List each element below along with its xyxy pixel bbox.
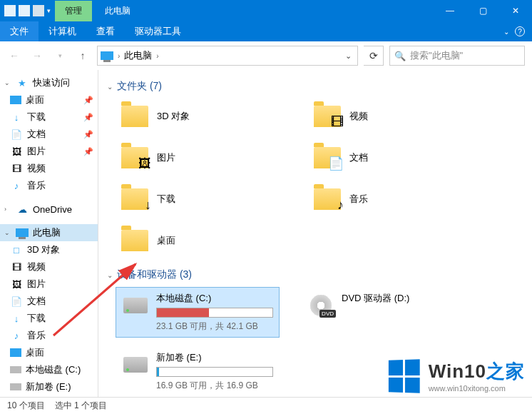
sidebar-item-desktop[interactable]: 桌面 (0, 344, 98, 361)
folder-label: 视频 (349, 110, 368, 123)
ribbon-collapse-icon[interactable]: ⌄ (503, 28, 509, 36)
sidebar-item-label: 视频 (27, 261, 46, 273)
folder-label: 桌面 (157, 234, 175, 247)
sidebar-item-music[interactable]: 音乐 (0, 327, 98, 344)
ribbon-tab-view[interactable]: 查看 (86, 21, 125, 41)
sidebar-item-drive-c[interactable]: 本地磁盘 (C:) (0, 361, 98, 378)
sidebar-item-label: 视频 (27, 162, 46, 175)
folder-item[interactable]: 🎞视频 (308, 99, 472, 134)
sidebar-item-pictures[interactable]: 图片📌 (0, 143, 98, 160)
sidebar-item-3d-objects[interactable]: 3D 对象 (0, 241, 98, 258)
expand-icon[interactable]: ⌄ (4, 79, 11, 86)
qat-dropdown-icon[interactable]: ▾ (47, 7, 51, 14)
desktop-icon (10, 348, 21, 357)
folder-item[interactable]: 桌面 (116, 223, 280, 258)
breadcrumb-this-pc[interactable]: 此电脑 (124, 49, 152, 62)
ribbon-tab-computer[interactable]: 计算机 (39, 21, 86, 41)
title-tabs: 管理 此电脑 (55, 0, 143, 21)
minimize-button[interactable]: — (434, 0, 466, 21)
sidebar-quick-access[interactable]: ⌄ 快速访问 (0, 74, 98, 91)
window-controls: — ▢ ✕ (434, 0, 532, 21)
section-label: 文件夹 (7) (117, 80, 162, 93)
drive-name: 本地磁盘 (C:) (156, 292, 273, 305)
qat-icon[interactable] (19, 5, 30, 16)
capacity-bar (156, 367, 273, 377)
sidebar-item-music[interactable]: 音乐 (0, 177, 98, 194)
document-icon (10, 128, 23, 140)
contextual-tab-manage[interactable]: 管理 (55, 1, 92, 21)
drive-name: 新加卷 (E:) (156, 351, 273, 364)
dvd-icon (310, 295, 332, 316)
folder-label: 3D 对象 (157, 110, 190, 123)
cube-icon (10, 244, 23, 256)
sidebar-item-desktop[interactable]: 桌面📌 (0, 91, 98, 108)
drive-item[interactable]: DVD 驱动器 (D:) (301, 287, 465, 338)
breadcrumb-chevron-icon[interactable]: › (156, 52, 158, 60)
sidebar-item-videos[interactable]: 视频 (0, 258, 98, 276)
music-icon (10, 330, 23, 341)
sidebar-item-drive-e[interactable]: 新加卷 (E:) (0, 378, 98, 395)
file-menu[interactable]: 文件 (0, 21, 39, 41)
watermark-brand: Win10 (429, 360, 486, 382)
folder-icon: 🖼 (120, 143, 150, 173)
close-button[interactable]: ✕ (499, 0, 532, 21)
expand-icon[interactable]: › (4, 206, 11, 213)
sidebar-item-videos[interactable]: 视频 (0, 160, 98, 177)
capacity-bar (156, 308, 273, 318)
expand-icon[interactable]: ⌄ (4, 229, 11, 236)
sidebar-item-downloads[interactable]: 下载📌 (0, 108, 98, 126)
forward-button[interactable]: → (29, 47, 46, 64)
navigation-pane[interactable]: ⌄ 快速访问 桌面📌 下载📌 文档📌 图片📌 视频 音乐 › OneDrive … (0, 70, 98, 397)
sidebar-item-documents[interactable]: 文档 (0, 293, 98, 310)
maximize-button[interactable]: ▢ (466, 0, 499, 21)
folder-item[interactable]: ↓下载 (116, 181, 280, 217)
sidebar-item-label: 下载 (27, 111, 46, 123)
folder-icon: 📄 (312, 143, 342, 173)
drive-item[interactable]: 本地磁盘 (C:)23.1 GB 可用，共 42.1 GB (116, 287, 280, 338)
folder-item[interactable]: 🖼图片 (116, 140, 280, 176)
navigation-row: ← → ▾ ↑ › 此电脑 › ⌄ ⟳ 🔍 搜索"此电脑" (0, 41, 532, 70)
content-pane[interactable]: ⌄ 文件夹 (7) 3D 对象🎞视频🖼图片📄文档↓下载♪音乐桌面 ⌄ 设备和驱动… (98, 70, 532, 397)
folder-item[interactable]: 📄文档 (308, 140, 472, 176)
sidebar-this-pc[interactable]: ⌄ 此电脑 (0, 224, 98, 241)
section-header-drives[interactable]: ⌄ 设备和驱动器 (3) (104, 266, 532, 287)
up-button[interactable]: ↑ (74, 47, 91, 64)
section-header-folders[interactable]: ⌄ 文件夹 (7) (104, 77, 532, 99)
folder-label: 下载 (157, 193, 175, 206)
sidebar-item-label: 音乐 (27, 179, 46, 192)
address-dropdown-icon[interactable]: ⌄ (345, 51, 352, 61)
history-dropdown-icon[interactable]: ▾ (51, 47, 68, 64)
picture-icon (10, 146, 23, 157)
watermark-brand-accent: 之家 (486, 360, 525, 382)
sidebar-onedrive[interactable]: › OneDrive (0, 201, 98, 217)
refresh-button[interactable]: ⟳ (364, 46, 384, 66)
ribbon-tabs: 文件 计算机 查看 驱动器工具 ⌄ ? (0, 21, 532, 41)
ribbon-tab-drive-tools[interactable]: 驱动器工具 (125, 21, 191, 41)
pin-icon: 📌 (83, 113, 93, 122)
folder-label: 文档 (349, 151, 368, 164)
sidebar-item-label: 文档 (27, 295, 46, 308)
address-bar[interactable]: › 此电脑 › ⌄ (97, 46, 358, 66)
drive-capacity-text: 16.9 GB 可用，共 16.9 GB (156, 380, 273, 392)
pin-icon: 📌 (83, 147, 93, 156)
pin-icon: 📌 (83, 96, 93, 105)
drive-item[interactable]: 新加卷 (E:)16.9 GB 可用，共 16.9 GB (116, 346, 280, 397)
sidebar-item-label: 3D 对象 (27, 243, 60, 256)
folder-item[interactable]: ♪音乐 (308, 181, 472, 217)
star-icon (16, 77, 29, 89)
collapse-icon[interactable]: ⌄ (107, 83, 113, 91)
video-icon (10, 163, 23, 174)
sidebar-item-documents[interactable]: 文档📌 (0, 126, 98, 143)
breadcrumb-chevron-icon[interactable]: › (118, 52, 120, 60)
sidebar-item-pictures[interactable]: 图片 (0, 276, 98, 293)
collapse-icon[interactable]: ⌄ (107, 271, 113, 279)
sidebar-item-downloads[interactable]: 下载 (0, 310, 98, 327)
search-box[interactable]: 🔍 搜索"此电脑" (389, 46, 525, 66)
qat-icon[interactable] (33, 5, 44, 16)
sidebar-item-label: 图片 (27, 145, 46, 158)
back-button[interactable]: ← (6, 47, 23, 64)
help-icon[interactable]: ? (515, 26, 525, 36)
explorer-icon (4, 5, 16, 16)
title-bar: ▾ 管理 此电脑 — ▢ ✕ (0, 0, 532, 21)
folder-item[interactable]: 3D 对象 (116, 99, 280, 134)
